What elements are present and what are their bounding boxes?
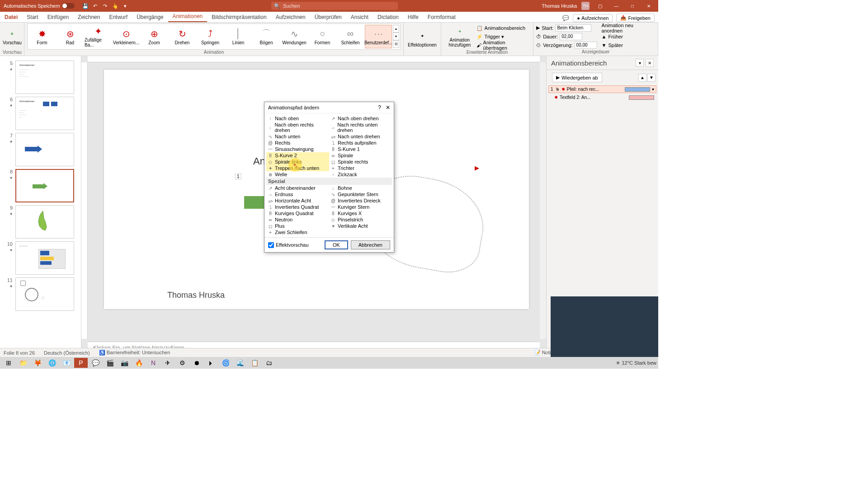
path-option[interactable]: ✦Treppen nach unten — [266, 165, 329, 171]
tab-format[interactable]: Formformat — [423, 12, 460, 22]
tab-file[interactable]: Datei — [0, 12, 22, 22]
slide-thumbnail[interactable]: 6★Animationen— — —— —— — —— — [6, 97, 75, 130]
app7-icon[interactable]: ⏵ — [204, 358, 218, 368]
gallery-more-icon[interactable]: ⊟ — [393, 40, 399, 48]
scrollbar-vertical[interactable] — [540, 62, 546, 339]
gallery-item[interactable]: ○Formen — [309, 25, 336, 48]
ok-button[interactable]: OK — [325, 240, 348, 249]
comments-icon[interactable]: 💬 — [562, 15, 569, 21]
dialog-body[interactable]: ↑Nach oben↗Nach oben drehen↓Nach oben re… — [264, 113, 394, 237]
app2-icon[interactable]: 🎬 — [103, 358, 117, 368]
app9-icon[interactable]: 📋 — [248, 358, 261, 368]
anim-list-item[interactable]: ✸Textfeld 2: An... — [548, 94, 656, 101]
tab-insert[interactable]: Einfügen — [43, 12, 73, 22]
move-down-icon[interactable]: ▼ — [647, 74, 656, 82]
edge-icon[interactable]: 🌊 — [233, 358, 247, 368]
app3-icon[interactable]: 📷 — [118, 358, 131, 368]
path-option[interactable]: ᔕNach unten drehen — [329, 133, 392, 140]
start-menu-icon[interactable]: ⊞ — [2, 358, 15, 368]
app10-icon[interactable]: 🗂 — [262, 358, 276, 368]
preview-checkbox[interactable]: Effektvorschau — [268, 242, 309, 248]
add-animation-button[interactable]: ✦ Animation hinzufügen — [444, 23, 476, 50]
minimize-icon[interactable]: — — [610, 1, 622, 10]
slide-thumbnail[interactable]: 10★— — — — [6, 241, 75, 275]
onenote-icon[interactable]: N — [146, 358, 160, 368]
tab-help[interactable]: Hilfe — [403, 12, 423, 22]
tab-record[interactable]: Aufzeichnen — [271, 12, 310, 22]
user-avatar[interactable]: TH — [581, 2, 590, 10]
path-option[interactable]: ∿Gepunkteter Stern — [329, 191, 392, 197]
later-button[interactable]: ▼ Später — [602, 41, 655, 49]
slide-thumbnail[interactable]: 5★Animationen— — — —— — —— —— — — — — [6, 61, 75, 94]
path-option[interactable]: ⤵Invertiertes Quadrat — [266, 204, 329, 210]
path-option[interactable]: ↗Nach oben drehen — [329, 115, 392, 122]
tab-slideshow[interactable]: Bildschirmpräsentation — [207, 12, 271, 22]
transfer-button[interactable]: 🖌 Animation übertragen — [476, 41, 531, 49]
anim-list-item[interactable]: 1🖱✸Pfeil: nach rec...▾ — [548, 85, 656, 93]
slide-thumbnail[interactable]: 8★ — [6, 169, 75, 202]
path-option[interactable]: ⤵Rechts aufprallen — [329, 140, 392, 146]
path-option[interactable]: ↗Acht übereinander — [266, 185, 329, 191]
path-option[interactable]: ↑Nach oben — [266, 115, 329, 122]
undo-icon[interactable]: ↶ — [92, 2, 99, 9]
path-option[interactable]: ⊗Welle — [266, 171, 329, 178]
effect-options-button[interactable]: ✦ Effektoptionen — [406, 26, 438, 52]
app4-icon[interactable]: 🔥 — [132, 358, 146, 368]
gallery-item[interactable]: ↻Drehen — [169, 25, 196, 48]
telegram-icon[interactable]: ✈ — [161, 358, 175, 368]
tab-dictation[interactable]: Dictation — [373, 12, 403, 22]
dialog-close-icon[interactable]: ✕ — [386, 104, 390, 111]
path-option[interactable]: ↑Zickzack — [329, 171, 392, 178]
path-option[interactable]: ∿Nach unten — [266, 133, 329, 140]
path-option[interactable]: →Erdnuss — [266, 191, 329, 197]
touch-icon[interactable]: 👆 — [112, 2, 119, 9]
preview-button[interactable]: ★ Vorschau — [3, 23, 22, 50]
accessibility-status[interactable]: ♿ Barrierefreiheit: Untersuchen — [99, 350, 170, 356]
path-option[interactable]: ∞Neutron — [266, 216, 329, 223]
gallery-item[interactable]: ✸Form — [28, 25, 56, 48]
gallery-down-icon[interactable]: ▾ — [393, 33, 399, 40]
weather-widget[interactable]: ☀ 12°C Stark bew — [616, 360, 656, 366]
path-option[interactable]: ✦Vertikale Acht — [329, 223, 392, 229]
anim-pane-button[interactable]: 📋 Animationsbereich — [476, 24, 531, 32]
path-option[interactable]: ᔕHorizontale Acht — [266, 197, 329, 204]
gallery-item[interactable]: ⊕Zoom — [141, 25, 168, 48]
ribbon-options-icon[interactable]: ▢ — [594, 1, 606, 10]
tab-animations[interactable]: Animationen — [168, 11, 208, 22]
gallery-item[interactable]: ∞Schleifen — [337, 25, 364, 48]
play-from-button[interactable]: ▶ Wiedergeben ab — [552, 73, 602, 82]
search-box[interactable]: 🔍 Suchen — [271, 2, 398, 10]
username[interactable]: Thomas Hruska — [542, 3, 577, 9]
anim-pane-close-icon[interactable]: ✕ — [646, 59, 654, 67]
firefox-icon[interactable]: 🦊 — [31, 358, 44, 368]
path-option[interactable]: 8Kurviges X — [329, 210, 392, 216]
more-icon[interactable]: ▾ — [122, 2, 129, 9]
path-option[interactable]: →Nach rechts unten drehen — [329, 122, 392, 133]
gallery-item[interactable]: │Linien — [225, 25, 252, 48]
path-option[interactable]: +Trichter — [329, 165, 392, 171]
slide-thumbnail[interactable]: 11★♡ — [6, 277, 75, 311]
tab-transitions[interactable]: Übergänge — [132, 12, 168, 22]
share-button[interactable]: 📤 Freigeben — [616, 14, 655, 22]
outlook-icon[interactable]: 📧 — [60, 358, 73, 368]
gallery-item[interactable]: ⊛Rad — [57, 25, 84, 48]
animation-gallery[interactable]: ✸Form⊛Rad✦Zufällige Ba...⊙Verkleinern...… — [27, 23, 401, 50]
path-end-marker[interactable]: ▶ — [475, 164, 479, 171]
duration-input[interactable] — [560, 33, 582, 40]
gallery-item[interactable]: ⋯Benutzerdef... — [365, 25, 392, 48]
gallery-item[interactable]: ∿Wendungen — [281, 25, 308, 48]
tab-start[interactable]: Start — [22, 12, 42, 22]
language-status[interactable]: Deutsch (Österreich) — [44, 350, 90, 356]
path-option[interactable]: 〰Kurviger Stern — [329, 204, 392, 210]
explorer-icon[interactable]: 📁 — [16, 358, 30, 368]
tab-view[interactable]: Ansicht — [346, 12, 373, 22]
path-option[interactable]: 8S-Kurve 1 — [329, 146, 392, 152]
path-option[interactable]: ◻Plus — [266, 223, 329, 229]
gallery-up-icon[interactable]: ▴ — [393, 25, 399, 33]
gallery-item[interactable]: ⤴Springen — [197, 25, 224, 48]
anim-pane-dropdown-icon[interactable]: ▾ — [636, 59, 644, 67]
app8-icon[interactable]: 🌀 — [219, 358, 232, 368]
chrome-icon[interactable]: 🌐 — [45, 358, 59, 368]
dialog-help-icon[interactable]: ? — [378, 104, 381, 111]
tab-review[interactable]: Überprüfen — [310, 12, 346, 22]
